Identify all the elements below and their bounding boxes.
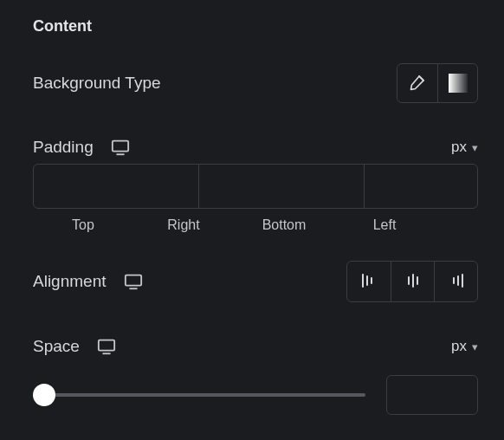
padding-unit-select[interactable]: px ▾ — [451, 139, 478, 156]
align-center-button[interactable] — [391, 262, 434, 301]
align-right-button[interactable] — [434, 262, 477, 301]
svg-rect-13 — [99, 340, 114, 351]
space-label: Space — [33, 337, 80, 356]
align-right-icon — [448, 272, 465, 292]
desktop-icon[interactable] — [124, 273, 143, 290]
slider-track — [33, 393, 365, 397]
padding-side-labels: Top Right Bottom Left — [33, 217, 478, 233]
chevron-down-icon: ▾ — [472, 340, 478, 353]
desktop-icon[interactable] — [111, 139, 130, 156]
space-value-input[interactable] — [386, 375, 478, 415]
space-row: Space px ▾ — [33, 337, 478, 356]
alignment-group — [346, 261, 478, 302]
background-type-row: Background Type — [33, 63, 478, 103]
spacer — [435, 217, 478, 233]
padding-inputs — [33, 164, 478, 209]
slider-thumb[interactable] — [33, 384, 55, 406]
align-left-icon — [360, 272, 378, 292]
desktop-icon[interactable] — [97, 338, 116, 355]
padding-right-label: Right — [133, 217, 234, 233]
background-type-label: Background Type — [33, 74, 161, 93]
alignment-label-wrap: Alignment — [33, 272, 143, 291]
padding-label-wrap: Padding — [33, 138, 130, 157]
align-center-icon — [404, 272, 422, 292]
space-label-wrap: Space — [33, 337, 116, 356]
background-type-group — [397, 63, 478, 103]
svg-rect-0 — [113, 141, 128, 152]
padding-top-label: Top — [33, 217, 133, 233]
alignment-label: Alignment — [33, 272, 107, 291]
padding-row: Padding px ▾ — [33, 138, 478, 157]
svg-rect-2 — [125, 275, 140, 286]
alignment-row: Alignment — [33, 261, 478, 302]
gradient-icon — [449, 74, 468, 93]
padding-top-input[interactable] — [34, 165, 199, 208]
padding-right-input[interactable] — [199, 165, 365, 208]
padding-left-label: Left — [334, 217, 435, 233]
space-unit-value: px — [451, 338, 467, 355]
space-slider-row — [33, 375, 478, 415]
chevron-down-icon: ▾ — [472, 141, 478, 154]
brush-icon — [409, 74, 426, 94]
padding-label: Padding — [33, 138, 94, 157]
background-gradient-button[interactable] — [437, 64, 477, 102]
section-title: Content — [33, 17, 478, 36]
padding-unit-value: px — [451, 139, 467, 156]
space-slider[interactable] — [33, 385, 365, 405]
background-classic-button[interactable] — [397, 64, 437, 102]
padding-bottom-label: Bottom — [234, 217, 334, 233]
space-unit-select[interactable]: px ▾ — [451, 338, 478, 355]
align-left-button[interactable] — [347, 262, 391, 301]
padding-bottom-input[interactable] — [365, 165, 504, 208]
